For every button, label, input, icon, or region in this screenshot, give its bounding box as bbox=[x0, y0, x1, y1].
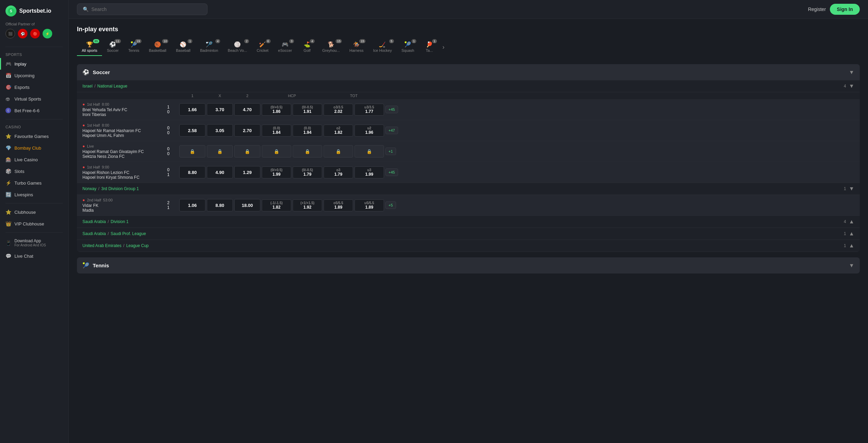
match-2-more-btn[interactable]: +47 bbox=[385, 127, 398, 134]
match-2-tot-2[interactable]: u2 1.96 bbox=[354, 125, 384, 137]
match-norway-tot-2[interactable]: u5/5.5 1.89 bbox=[354, 199, 384, 211]
tab-tennis[interactable]: 19 🎾 Tennis bbox=[124, 38, 144, 56]
league-saudi-div1-country[interactable]: Saudi Arabia bbox=[82, 219, 106, 224]
sidebar-esports-label: Esports bbox=[14, 85, 30, 90]
tab-cricket[interactable]: 6 🏏 Cricket bbox=[252, 38, 273, 56]
match-1-tot-2[interactable]: u3/3.5 1.77 bbox=[354, 104, 384, 116]
sidebar-item-live-casino[interactable]: 🎰 Live Casino bbox=[0, 154, 68, 165]
league-uae-toggle[interactable]: ▲ bbox=[849, 243, 854, 249]
match-3-more: +1 bbox=[385, 147, 405, 156]
match-1-odd-2[interactable]: 4.70 bbox=[234, 103, 260, 116]
search-box[interactable]: 🔍 bbox=[77, 3, 207, 15]
match-norway-more-btn[interactable]: +5 bbox=[385, 201, 396, 209]
tab-basketball[interactable]: 10 🏀 Basketball bbox=[144, 38, 171, 56]
match-norway-hcp-2[interactable]: (+1/+1.5) 1.92 bbox=[293, 199, 322, 211]
league-uae-country[interactable]: United Arab Emirates bbox=[82, 243, 121, 248]
match-4-team2: Hapoel Ironi Kiryat Shmona FC bbox=[82, 175, 158, 180]
tabs-arrow-right[interactable]: › bbox=[440, 41, 447, 54]
sidebar-item-favourite[interactable]: ⭐ Favourite Games bbox=[0, 130, 68, 142]
match-1-odd-x[interactable]: 3.70 bbox=[207, 103, 233, 116]
tab-greyhound[interactable]: 15 🐕 Greyhou... bbox=[317, 38, 345, 56]
sidebar-item-vip[interactable]: 👑 VIP Clubhouse bbox=[0, 218, 68, 230]
match-norway-tot-1[interactable]: o5/5.5 1.89 bbox=[324, 199, 353, 211]
match-4-odd-2[interactable]: 1.29 bbox=[234, 166, 260, 178]
league-saudi-prof-toggle[interactable]: ▲ bbox=[849, 231, 854, 237]
match-3-more-btn[interactable]: +1 bbox=[385, 148, 396, 155]
league-divider-1: / bbox=[94, 84, 97, 89]
league-norway-toggle[interactable]: ▼ bbox=[849, 186, 854, 192]
match-4-tot-1[interactable]: o3 1.79 bbox=[324, 166, 353, 178]
soccer-chevron[interactable]: ▼ bbox=[849, 69, 854, 75]
league-saudi-prof-country[interactable]: Saudi Arabia bbox=[82, 231, 106, 236]
match-1-hcp-1[interactable]: (0/+0.5) 1.86 bbox=[262, 104, 291, 116]
match-4-odd-1[interactable]: 8.80 bbox=[179, 166, 205, 178]
tennis-section-header[interactable]: 🎾 Tennis ▼ bbox=[77, 257, 860, 273]
match-4-hcp-1[interactable]: (0/+0.5) 1.99 bbox=[262, 166, 291, 178]
sidebar-item-clubhouse[interactable]: ⭐ Clubhouse bbox=[0, 206, 68, 218]
league-norway-country[interactable]: Norway bbox=[82, 186, 97, 191]
league-saudi-div1: Saudi Arabia / Division 1 4 ▲ bbox=[77, 216, 860, 228]
match-2-tot-1[interactable]: o2 1.82 bbox=[324, 125, 353, 137]
match-1-hcp-2[interactable]: (0/-0.5) 1.91 bbox=[293, 104, 322, 116]
league-saudi-div1-league[interactable]: Division 1 bbox=[111, 219, 128, 224]
tab-beachvb[interactable]: 2 🏐 Beach Vo... bbox=[223, 38, 252, 56]
match-2-hcp-1[interactable]: (0.0) 1.84 bbox=[262, 125, 291, 137]
match-2-odd-2[interactable]: 2.70 bbox=[234, 124, 260, 137]
sidebar-item-slots[interactable]: 🎲 Slots bbox=[0, 165, 68, 177]
tennis-chevron[interactable]: ▼ bbox=[849, 263, 854, 269]
match-4-hcp-2[interactable]: (0/-0.5) 1.79 bbox=[293, 166, 322, 178]
league-israel-country[interactable]: Israel bbox=[82, 84, 92, 89]
tab-esoccer[interactable]: 3 🎮 eSoccer bbox=[273, 38, 297, 56]
match-2-score2: 0 bbox=[158, 130, 179, 135]
tab-squash[interactable]: 1 🎾 Squash bbox=[397, 38, 419, 56]
league-saudi-prof-league[interactable]: Saudi Prof. League bbox=[111, 231, 146, 236]
sidebar-item-download[interactable]: 📱 Download App For Android And IOS bbox=[0, 235, 68, 250]
match-norway-hcp-1[interactable]: (-1/-1.5) 1.82 bbox=[262, 199, 291, 211]
match-2-odd-1[interactable]: 2.58 bbox=[179, 124, 205, 137]
sidebar-item-upcoming[interactable]: 📅 Upcoming bbox=[0, 70, 68, 81]
tab-baseball[interactable]: 1 ⚾ Baseball bbox=[171, 38, 195, 56]
sidebar-item-virtual[interactable]: 🏟 Virtual Sports bbox=[0, 93, 68, 105]
tab-beachvb-icon: 🏐 bbox=[234, 41, 241, 48]
tab-icehockey[interactable]: 5 🏒 Ice Hockey bbox=[368, 38, 396, 56]
sidebar-item-betfree[interactable]: 6 Bet Free-6-6 bbox=[0, 105, 68, 116]
league-israel-league[interactable]: National League bbox=[97, 84, 127, 89]
match-1-tot-1[interactable]: o3/3.5 2.02 bbox=[324, 104, 353, 116]
tab-golf[interactable]: 4 ⛳ Golf bbox=[297, 38, 317, 56]
tab-badminton[interactable]: 4 🏸 Badminton bbox=[195, 38, 223, 56]
main-area: 🔍 Register Sign In In-play events 85 🏆 A… bbox=[69, 0, 868, 443]
tab-harness[interactable]: 15 🏇 Harness bbox=[345, 38, 368, 56]
tab-harness-label: Harness bbox=[349, 48, 363, 53]
league-israel-toggle[interactable]: ▼ bbox=[849, 83, 854, 89]
sidebar-item-inplay[interactable]: 🎮 Inplay bbox=[0, 58, 68, 70]
logo[interactable]: S Sportsbet.io bbox=[0, 5, 68, 22]
tab-all-sports[interactable]: 85 🏆 All sports bbox=[77, 38, 102, 56]
match-norway-odd-2[interactable]: 18.00 bbox=[234, 199, 260, 211]
match-4-more-btn[interactable]: +45 bbox=[385, 168, 398, 176]
match-norway-odd-1[interactable]: 1.06 bbox=[179, 199, 205, 211]
match-2-hcp-2[interactable]: (0.0) 1.94 bbox=[293, 125, 322, 137]
match-2-odd-x[interactable]: 3.05 bbox=[207, 124, 233, 137]
match-norway-odd-x[interactable]: 8.80 bbox=[207, 199, 233, 211]
match-1-more-btn[interactable]: +45 bbox=[385, 106, 398, 113]
match-1-odd-1[interactable]: 1.66 bbox=[179, 103, 205, 116]
sidebar-item-esports[interactable]: 🎯 Esports bbox=[0, 81, 68, 93]
soccer-section-header[interactable]: ⚽ Soccer ▼ bbox=[77, 64, 860, 80]
sidebar-item-turbo[interactable]: ⚡ Turbo Games bbox=[0, 177, 68, 189]
sidebar-item-bombay[interactable]: 💎 Bombay Club bbox=[0, 142, 68, 154]
league-saudi-div1-toggle[interactable]: ▲ bbox=[849, 219, 854, 225]
match-4-live-icon: ● bbox=[82, 165, 85, 170]
match-4-odd-x[interactable]: 4.90 bbox=[207, 166, 233, 178]
match-4-tot-2[interactable]: u3 1.99 bbox=[354, 166, 384, 178]
league-norway-league[interactable]: 3rd Division Group 1 bbox=[101, 186, 139, 191]
league-uae-league[interactable]: League Cup bbox=[126, 243, 148, 248]
sidebar-item-livespins[interactable]: 🔄 Livespins bbox=[0, 189, 68, 200]
signin-button[interactable]: Sign In bbox=[830, 4, 860, 15]
tab-cricket-label: Cricket bbox=[257, 48, 268, 53]
match-3-lock-2: 🔒 bbox=[234, 144, 261, 158]
tab-soccer[interactable]: 11 ⚽ Soccer bbox=[102, 38, 123, 56]
tab-tabletennis[interactable]: 1 🏓 Ta... bbox=[419, 38, 440, 56]
sidebar-item-livechat[interactable]: 💬 Live Chat bbox=[0, 250, 68, 262]
register-button[interactable]: Register bbox=[808, 7, 826, 12]
search-input[interactable] bbox=[91, 7, 202, 12]
